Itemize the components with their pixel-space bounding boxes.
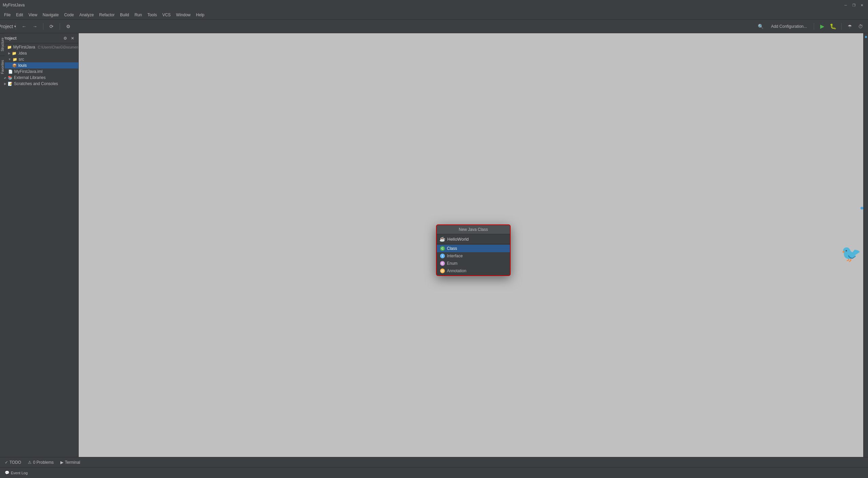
settings-button[interactable]: ⚙ (63, 22, 73, 31)
menu-tools[interactable]: Tools (145, 11, 160, 19)
dialog-item-class[interactable]: C Class (437, 245, 510, 252)
panel-title: Project (3, 36, 61, 41)
tree-item-ext-libs[interactable]: ▶ 📚 External Libraries (0, 75, 78, 81)
chevron-right-icon: ▶ (4, 82, 6, 85)
menu-analyze[interactable]: Analyze (77, 11, 97, 19)
event-log-label: Event Log (11, 471, 28, 475)
coverage-button[interactable]: ☂ (845, 22, 854, 31)
menu-help[interactable]: Help (193, 11, 207, 19)
interface-type-icon: I (440, 254, 445, 258)
mascot-bird: 🐦 (841, 244, 861, 263)
toolbar-separator-2 (43, 23, 43, 30)
menu-window[interactable]: Window (173, 11, 193, 19)
class-name-input[interactable] (447, 237, 507, 242)
todo-icon: ✓ (5, 460, 8, 465)
tree-item-myfirstjava[interactable]: ▼ 📁 MyFirstJava C:\Users\ChaoG\Documents… (0, 44, 78, 50)
tab-terminal[interactable]: ▶ Terminal (57, 459, 83, 466)
tree-label: src (19, 57, 24, 62)
notification-dot (861, 207, 863, 210)
dialog-item-enum[interactable]: E Enum (437, 260, 510, 267)
project-panel: Project ⚙ ✕ ▼ 📁 MyFirstJava C:\Users\Cha… (0, 33, 79, 467)
menu-view[interactable]: View (26, 11, 40, 19)
file-tree: ▼ 📁 MyFirstJava C:\Users\ChaoG\Documents… (0, 43, 78, 467)
tree-item-src[interactable]: ▼ 📁 src (0, 56, 78, 62)
tab-problems[interactable]: ⚠ 0 Problems (24, 459, 57, 466)
tab-todo-label: TODO (9, 460, 21, 465)
dialog-title: New Java Class (437, 225, 510, 234)
debug-button[interactable]: 🐛 (828, 22, 838, 31)
toolbar-nav-section: ← → (19, 22, 40, 31)
menu-bar: File Edit View Navigate Code Analyze Ref… (0, 10, 868, 20)
tab-problems-label: 0 Problems (33, 460, 54, 465)
window-controls: ─ ❐ ✕ (842, 2, 865, 8)
toolbar-run-section: ▶ 🐛 (817, 22, 838, 31)
chevron-down-icon: ▼ (8, 58, 11, 61)
menu-build[interactable]: Build (117, 11, 132, 19)
toolbar-separator-1 (16, 23, 16, 30)
project-dropdown-button[interactable]: Project ▼ (3, 22, 12, 31)
vert-tab-structure[interactable]: Structure (0, 33, 5, 56)
vert-tab-favorites[interactable]: Favorites (0, 56, 5, 78)
menu-file[interactable]: File (1, 11, 13, 19)
back-button[interactable]: ← (19, 22, 29, 31)
enum-type-icon: E (440, 261, 445, 266)
tree-label: MyFirstJava (13, 45, 35, 49)
add-configuration-button[interactable]: Add Configuration... (768, 23, 810, 30)
sync-button[interactable]: ⟳ (47, 22, 56, 31)
status-bar: 💬 Event Log (0, 467, 868, 478)
toolbar-file-section: ⟳ (47, 22, 56, 31)
class-type-icon: C (440, 246, 445, 251)
tab-terminal-label: Terminal (65, 460, 80, 465)
dialog-type-list: C Class I Interface E Enum @ (437, 244, 510, 275)
forward-button[interactable]: → (30, 22, 40, 31)
toolbar-separator-3 (60, 23, 60, 30)
tree-item-scratches[interactable]: ▶ 📝 Scratches and Consoles (0, 81, 78, 87)
toolbar-search-section: 🔍 (756, 22, 766, 31)
tree-item-idea[interactable]: ▶ 📁 .idea (0, 50, 78, 56)
java-class-icon: ☕ (439, 236, 445, 242)
title-bar: MyFirstJava ─ ❐ ✕ (0, 0, 868, 10)
project-label: Project (0, 24, 13, 29)
right-sidebar-strip (863, 33, 868, 457)
package-icon: 📦 (12, 63, 17, 68)
title-bar-title: MyFirstJava (3, 3, 25, 7)
toolbar-separator-5 (841, 23, 842, 30)
run-button[interactable]: ▶ (817, 22, 827, 31)
close-button[interactable]: ✕ (859, 2, 865, 8)
panel-close-button[interactable]: ✕ (70, 35, 76, 41)
menu-navigate[interactable]: Navigate (40, 11, 61, 19)
tree-label: Scratches and Consoles (14, 81, 58, 86)
tree-item-iml[interactable]: 📄 MyFirstJava.iml (0, 68, 78, 75)
toolbar-separator-4 (814, 23, 814, 30)
minimize-button[interactable]: ─ (842, 2, 849, 8)
folder-icon: 📁 (13, 57, 17, 62)
title-bar-left: MyFirstJava (3, 3, 25, 7)
tab-todo[interactable]: ✓ TODO (1, 459, 24, 466)
profile-button[interactable]: ⏱ (856, 22, 865, 31)
tree-label: .idea (18, 51, 27, 56)
menu-code[interactable]: Code (61, 11, 77, 19)
toolbar-coverage-section: ☂ ⏱ (845, 22, 865, 31)
toolbar: Project ▼ ← → ⟳ ⚙ 🔍 Add Configuration...… (0, 20, 868, 33)
tree-item-louis[interactable]: 📦 louis (0, 62, 78, 68)
menu-edit[interactable]: Edit (13, 11, 26, 19)
scratches-icon: 📝 (8, 82, 13, 86)
bottom-tabs: ✓ TODO ⚠ 0 Problems ▶ Terminal (0, 457, 868, 467)
annotation-type-label: Annotation (447, 268, 466, 273)
file-icon: 📄 (8, 69, 13, 74)
panel-options-button[interactable]: ⚙ (62, 35, 68, 41)
menu-refactor[interactable]: Refactor (97, 11, 117, 19)
class-type-label: Class (447, 246, 457, 251)
new-java-class-dialog: New Java Class ☕ C Class I Interface (436, 224, 511, 276)
menu-vcs[interactable]: VCS (160, 11, 174, 19)
dialog-item-interface[interactable]: I Interface (437, 252, 510, 260)
restore-button[interactable]: ❐ (850, 2, 857, 8)
status-event-log[interactable]: 💬 Event Log (3, 470, 30, 476)
menu-run[interactable]: Run (132, 11, 145, 19)
tree-label: External Libraries (14, 75, 45, 80)
interface-type-label: Interface (447, 254, 463, 258)
tree-label: louis (18, 63, 27, 68)
search-everywhere-button[interactable]: 🔍 (756, 22, 766, 31)
folder-icon: 📁 (12, 51, 17, 56)
dialog-item-annotation[interactable]: @ Annotation (437, 267, 510, 275)
